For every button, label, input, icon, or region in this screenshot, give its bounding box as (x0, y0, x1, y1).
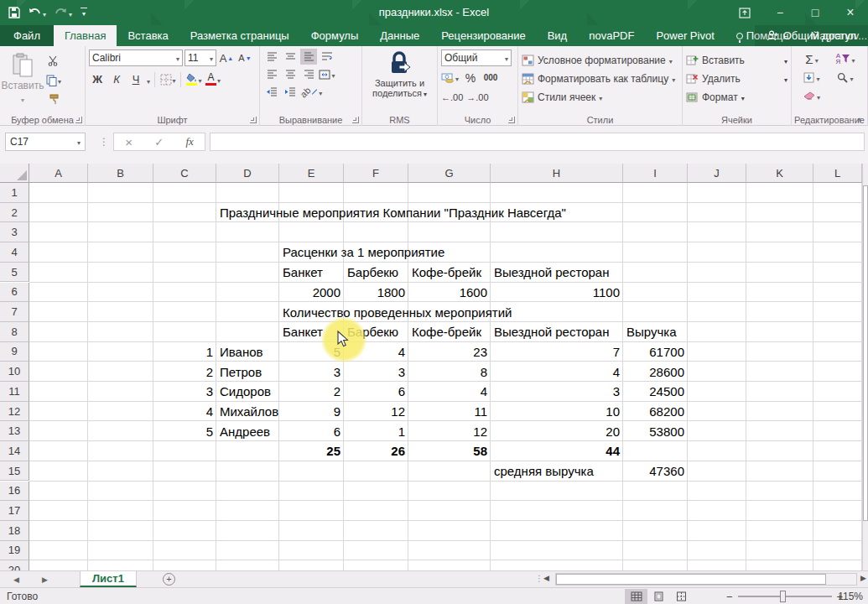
normal-view-button[interactable] (625, 589, 647, 604)
column-header-J[interactable]: J (688, 164, 746, 183)
number-dialog-launcher[interactable] (508, 117, 515, 123)
cell-F9[interactable]: 4 (344, 342, 408, 362)
cell-F11[interactable]: 6 (344, 382, 408, 402)
cut-button[interactable] (45, 53, 62, 69)
cell-D10[interactable]: Петров (216, 362, 262, 382)
cell-H5[interactable]: Выездной ресторан (491, 263, 609, 283)
zoom-level[interactable]: 115% (838, 591, 863, 602)
cell-E8[interactable]: Банкет (279, 322, 323, 342)
cell-E10[interactable]: 3 (279, 362, 344, 382)
row-header-7[interactable]: 7 (0, 302, 29, 322)
number-format-combo[interactable]: Общий (441, 49, 512, 66)
comma-style-button[interactable]: 000 (482, 70, 499, 86)
cell-H13[interactable]: 20 (491, 421, 623, 441)
column-header-F[interactable]: F (344, 164, 408, 183)
cell-F14[interactable]: 26 (344, 441, 408, 461)
tab-5[interactable]: Данные (369, 25, 430, 46)
font-dialog-launcher[interactable] (250, 117, 257, 123)
hscroll-left-arrow[interactable]: ◀ (543, 574, 549, 582)
cell-H9[interactable]: 7 (491, 342, 623, 362)
underline-button[interactable]: Ч (127, 71, 144, 87)
row-header-10[interactable]: 10 (0, 362, 29, 382)
cell-G5[interactable]: Кофе-брейк (408, 263, 481, 283)
shrink-font-button[interactable]: А▼ (236, 50, 253, 66)
cell-G14[interactable]: 58 (408, 441, 491, 461)
hscroll-right-arrow[interactable]: ▶ (860, 574, 866, 582)
cell-F12[interactable]: 12 (344, 402, 408, 422)
cell-H11[interactable]: 3 (491, 382, 623, 402)
accounting-format-button[interactable] (441, 70, 459, 86)
merge-center-button[interactable] (319, 66, 335, 82)
column-header-I[interactable]: I (623, 164, 688, 183)
format-cells-button[interactable]: Формат (686, 88, 787, 107)
italic-button[interactable]: К (108, 71, 125, 87)
maximize-button[interactable]: □ (798, 0, 833, 25)
cell-F10[interactable]: 3 (344, 362, 408, 382)
cell-H8[interactable]: Выездной ресторан (491, 322, 609, 342)
cell-D9[interactable]: Иванов (216, 342, 263, 362)
cell-D11[interactable]: Сидоров (216, 382, 271, 402)
cell-C9[interactable]: 1 (153, 342, 216, 362)
column-header-L[interactable]: L (813, 164, 862, 183)
find-select-button[interactable] (829, 70, 862, 84)
select-all-corner[interactable] (0, 164, 29, 183)
new-sheet-button[interactable]: + (163, 573, 175, 586)
font-name-combo[interactable]: Calibri (89, 49, 183, 66)
cell-F6[interactable]: 1800 (344, 283, 408, 303)
cell-I13[interactable]: 53800 (623, 421, 688, 441)
sheet-grid[interactable]: ABCDEFGHIJKL1234567891011121314151617181… (0, 164, 862, 570)
cell-I15[interactable]: 47360 (623, 461, 688, 482)
decrease-indent-button[interactable] (263, 84, 280, 100)
row-header-20[interactable]: 20 (0, 560, 29, 570)
formula-bar-handle[interactable]: ⋮ (99, 136, 110, 148)
cell-D12[interactable]: Михайлов (216, 402, 279, 422)
cell-G6[interactable]: 1600 (408, 283, 491, 303)
tab-file[interactable]: Файл (0, 25, 54, 46)
close-button[interactable]: × (833, 0, 868, 25)
column-header-K[interactable]: K (746, 164, 813, 183)
row-header-4[interactable]: 4 (0, 242, 29, 263)
middle-align-button[interactable] (282, 49, 299, 65)
cell-I10[interactable]: 28600 (623, 362, 688, 382)
cell-E14[interactable]: 25 (279, 441, 344, 461)
column-header-G[interactable]: G (408, 164, 491, 183)
copy-button[interactable] (45, 72, 62, 88)
page-break-view-button[interactable] (670, 589, 693, 604)
cell-I9[interactable]: 61700 (623, 342, 688, 362)
cell-C11[interactable]: 3 (153, 382, 216, 402)
cell-G12[interactable]: 11 (408, 402, 491, 422)
grow-font-button[interactable]: А▲ (218, 50, 235, 66)
row-header-13[interactable]: 13 (0, 421, 29, 441)
cell-E6[interactable]: 2000 (279, 283, 344, 303)
cell-G10[interactable]: 8 (408, 362, 491, 382)
cell-E9[interactable]: 5 (279, 342, 344, 362)
zoom-slider-thumb[interactable] (780, 591, 786, 602)
cell-G11[interactable]: 4 (408, 382, 491, 402)
formula-input[interactable] (210, 133, 865, 151)
tab-2[interactable]: Вставка (117, 25, 179, 46)
tab-7[interactable]: Вид (537, 25, 579, 46)
align-center-button[interactable] (282, 66, 299, 82)
cell-G9[interactable]: 23 (408, 342, 491, 362)
cell-C13[interactable]: 5 (153, 421, 216, 441)
borders-button[interactable] (159, 71, 176, 87)
row-header-9[interactable]: 9 (0, 342, 29, 362)
insert-function-button[interactable]: fx (185, 135, 193, 148)
cell-F8[interactable]: Барбекю (344, 322, 398, 342)
cell-E4[interactable]: Расценки за 1 мероприятие (279, 242, 444, 263)
increase-indent-button[interactable] (282, 84, 299, 100)
sheet-nav-prev-button[interactable]: ◀ (13, 571, 19, 587)
row-header-14[interactable]: 14 (0, 441, 29, 461)
zoom-out-button[interactable]: − (726, 591, 733, 603)
tab-4[interactable]: Формулы (300, 25, 370, 46)
row-header-16[interactable]: 16 (0, 482, 29, 502)
cell-H10[interactable]: 4 (491, 362, 623, 382)
vertical-scrollbar[interactable] (862, 164, 868, 570)
clear-button[interactable] (795, 89, 829, 102)
row-header-1[interactable]: 1 (0, 183, 29, 203)
cell-H14[interactable]: 44 (491, 441, 623, 461)
minimize-button[interactable]: − (762, 0, 798, 25)
fill-button[interactable] (795, 70, 829, 84)
cell-styles-button[interactable]: Стили ячеек (522, 88, 678, 107)
column-header-H[interactable]: H (491, 164, 623, 183)
